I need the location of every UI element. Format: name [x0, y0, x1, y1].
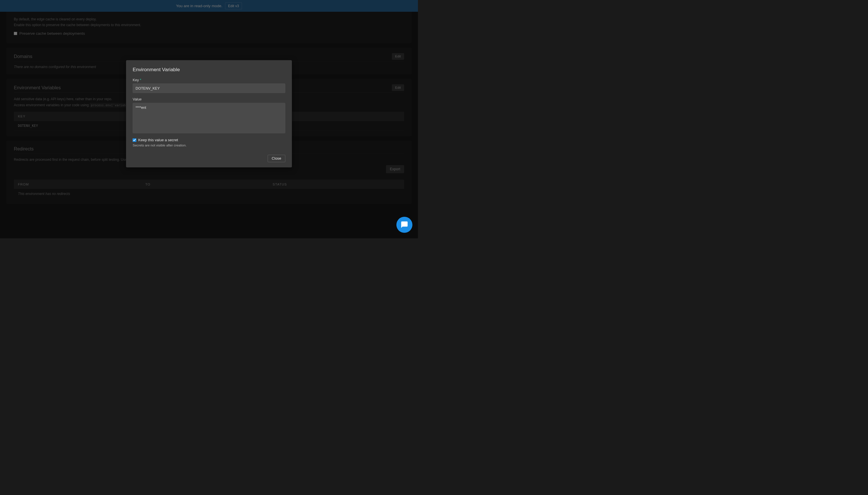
- required-asterisk: *: [140, 78, 141, 82]
- modal-value-label: Value: [133, 97, 285, 101]
- modal-overlay[interactable]: Environment Variable Key * Value ****ent…: [0, 0, 418, 238]
- chat-fab-button[interactable]: [396, 217, 413, 233]
- modal-close-button[interactable]: Close: [268, 155, 285, 162]
- chat-icon: [400, 221, 408, 229]
- modal-value-textarea[interactable]: ****ent: [133, 103, 285, 133]
- modal-secret-hint: Secrets are not visible after creation.: [133, 143, 285, 147]
- modal-secret-checkbox[interactable]: [133, 138, 136, 142]
- modal-secret-checkbox-row[interactable]: Keep this value a secret: [133, 138, 285, 142]
- modal-key-label: Key *: [133, 78, 285, 82]
- modal-title: Environment Variable: [133, 67, 285, 73]
- modal-key-input[interactable]: [133, 84, 285, 93]
- envvar-modal: Environment Variable Key * Value ****ent…: [126, 60, 292, 167]
- modal-secret-label: Keep this value a secret: [138, 138, 178, 142]
